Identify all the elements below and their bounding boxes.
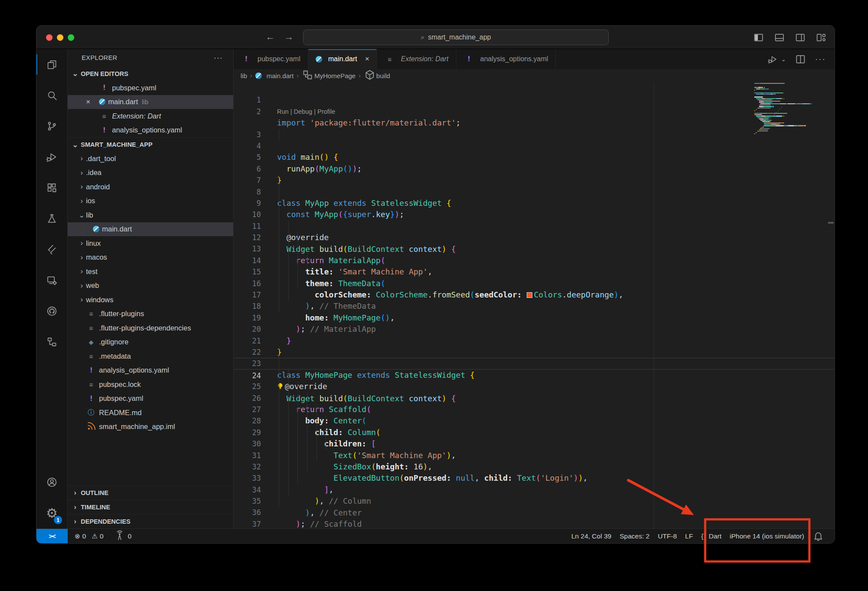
ports-indicator[interactable]: 0 [114, 530, 132, 543]
indent-guide [326, 416, 326, 450]
panel-bottom-toggle-icon[interactable] [774, 32, 785, 43]
close-icon[interactable]: × [365, 55, 369, 63]
status-language-mode[interactable]: {}Dart [701, 532, 722, 540]
tree-item-web[interactable]: ›web [68, 279, 233, 293]
search-value: smart_machine_app [428, 33, 491, 41]
code-line-26: 26 body: Center( [234, 381, 835, 392]
close-icon[interactable]: × [86, 98, 99, 106]
readme-info-icon: ⓘ [86, 408, 96, 417]
breadcrumb-item-MyHomePage[interactable]: MyHomePage [302, 69, 356, 82]
chevron-down-icon: ⌄ [72, 69, 78, 78]
command-center-search[interactable]: ⌕ smart_machine_app [303, 30, 609, 45]
warning-icon: ⚠ [92, 532, 97, 540]
history-forward-icon[interactable]: → [284, 32, 294, 42]
tree-item-pubspec.yaml[interactable]: !pubspec.yaml [68, 392, 233, 406]
project-section-header[interactable]: ⌄ SMART_MACHINE_APP [68, 137, 233, 152]
tree-item-macos[interactable]: ›macos [68, 251, 233, 265]
activity-account-icon[interactable] [36, 467, 67, 498]
activity-explorer-icon[interactable] [36, 49, 67, 80]
editor-more-actions-icon[interactable]: ··· [815, 54, 826, 64]
tab-analysis_options.yaml[interactable]: ! analysis_options.yaml [456, 49, 556, 69]
tree-item-.metadata[interactable]: ≡.metadata [68, 349, 233, 363]
list-file-icon: ≡ [86, 381, 96, 388]
minimize-window-button[interactable] [57, 34, 63, 41]
activity-project-manager-icon[interactable] [36, 327, 67, 357]
tree-item-.gitignore[interactable]: ◆.gitignore [68, 335, 233, 350]
remote-indicator[interactable]: >< [36, 529, 68, 543]
open-editor-main.dart[interactable]: × main.dart lib [68, 95, 233, 109]
breadcrumb-item-lib[interactable]: lib [241, 72, 247, 79]
open-editors-header[interactable]: ⌄ OPEN EDITORS [68, 66, 233, 81]
close-window-button[interactable] [46, 34, 53, 41]
tree-item-.flutter-plugins-dependencies[interactable]: ≡.flutter-plugins-dependencies [68, 321, 233, 335]
tab-main.dart[interactable]: main.dart × [308, 49, 377, 69]
explorer-more-actions-icon[interactable]: ··· [214, 53, 223, 63]
file-path-detail: lib [142, 98, 149, 106]
tree-item-windows[interactable]: ›windows [68, 293, 233, 307]
activity-flutter-icon[interactable] [36, 234, 67, 265]
code-line-21: 21 [234, 324, 835, 335]
chevron-down-icon[interactable]: ⌄ [781, 56, 786, 63]
tree-item-.flutter-plugins[interactable]: ≡.flutter-plugins [68, 307, 233, 321]
tab-pubspec.yaml[interactable]: ! pubspec.yaml [234, 49, 308, 69]
list-file-icon: ≡ [86, 310, 96, 317]
breadcrumb-item-main.dart[interactable]: main.dart [255, 72, 294, 79]
code-line-27: 27 child: Column( [234, 393, 835, 404]
run-debug-button[interactable] [768, 54, 778, 64]
overview-ruler-marker [828, 222, 834, 224]
activity-testing-icon[interactable] [36, 203, 67, 234]
open-editor-Extension: Dart[interactable]: ≡ Extension: Dart [68, 109, 233, 123]
tree-item-linux[interactable]: ›linux [68, 236, 233, 251]
list-file-icon: ≡ [86, 353, 96, 360]
tree-item-smart_machine_app.iml[interactable]: smart_machine_app.iml [68, 420, 233, 434]
activity-settings-icon[interactable]: ⚙1 [36, 498, 67, 528]
layout-custom-toggle-icon[interactable] [815, 32, 827, 43]
dart-file-icon [93, 226, 99, 232]
activity-source-control-icon[interactable] [36, 111, 67, 142]
sidebar-section-timeline[interactable]: › TIMELINE [68, 500, 233, 514]
activity-github-icon[interactable] [36, 296, 67, 327]
tree-item-.dart_tool[interactable]: ›.dart_tool [68, 152, 233, 166]
tree-item-README.md[interactable]: ⓘREADME.md [68, 406, 233, 420]
tree-item-ios[interactable]: ›ios [68, 194, 233, 208]
history-back-icon[interactable]: ← [266, 32, 275, 42]
chevron-icon: › [77, 267, 86, 276]
tree-item-lib[interactable]: ⌄lib [68, 208, 233, 222]
code-editor[interactable]: 1 import 'package:flutter/material.dart'… [234, 82, 835, 528]
problems-indicator[interactable]: ⊗ 0 ⚠ 0 [75, 532, 103, 540]
code-line-17: 17 home: MyHomePage(), [234, 278, 835, 289]
radio-tower-icon [114, 530, 125, 543]
split-editor-button[interactable] [795, 53, 806, 65]
vscode-window: ← → ⌕ smart_machine_app ⚙1 EXPLORER ··· … [36, 25, 835, 544]
tree-item-android[interactable]: ›android [68, 180, 233, 194]
tree-item-.idea[interactable]: ›.idea [68, 166, 233, 180]
tree-item-pubspec.lock[interactable]: ≡pubspec.lock [68, 377, 233, 392]
code-line-34: 34 ), // Center [234, 472, 835, 484]
activity-search-icon[interactable] [36, 80, 67, 111]
code-line-14: 14 theme: ThemeData( [234, 243, 835, 254]
status-lf[interactable]: LF [685, 532, 693, 540]
status-spaces[interactable]: Spaces: 2 [620, 532, 650, 540]
sidebar-section-dependencies[interactable]: › DEPENDENCIES [68, 514, 233, 528]
indent-guide [279, 129, 279, 140]
activity-extensions-icon[interactable] [36, 172, 67, 203]
code-lens-actions[interactable]: Run | Debug | Profile [277, 106, 835, 117]
open-editor-analysis_options.yaml[interactable]: ! analysis_options.yaml [68, 123, 233, 138]
status-utf-8[interactable]: UTF-8 [658, 532, 677, 540]
tree-item-analysis_options.yaml[interactable]: !analysis_options.yaml [68, 363, 233, 378]
status-ln-24--col-39[interactable]: Ln 24, Col 39 [571, 532, 611, 540]
tab-Extension: Dart[interactable]: ≡ Extension: Dart [377, 49, 456, 69]
activity-device-runner-icon[interactable] [36, 265, 67, 296]
activity-run-debug-icon[interactable] [36, 142, 67, 172]
tree-item-test[interactable]: ›test [68, 264, 233, 279]
yaml-file-icon: ! [464, 55, 474, 63]
breadcrumb-item-build[interactable]: build [364, 69, 390, 82]
open-editor-pubspec.yaml[interactable]: ! pubspec.yaml [68, 81, 233, 95]
tree-item-main.dart[interactable]: main.dart [68, 222, 233, 237]
zoom-window-button[interactable] [68, 34, 74, 41]
panel-right-toggle-icon[interactable] [795, 32, 806, 43]
sidebar-section-outline[interactable]: › OUTLINE [68, 485, 233, 500]
panel-left-toggle-icon[interactable] [753, 32, 764, 43]
notifications-bell-icon[interactable] [812, 530, 824, 542]
status-device-selector[interactable]: iPhone 14 (ios simulator) [730, 532, 804, 540]
